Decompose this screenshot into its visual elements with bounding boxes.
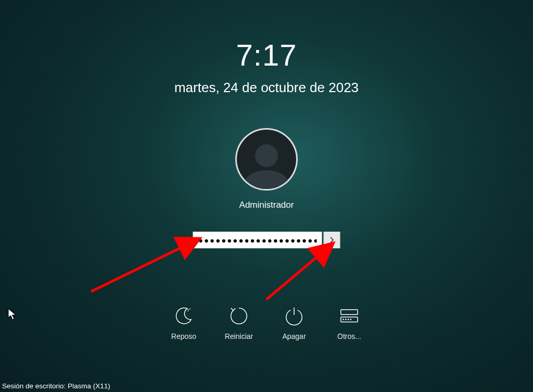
user-icon <box>255 144 278 167</box>
clock-time: 7:17 <box>0 37 533 72</box>
user-block: Administrador <box>0 128 533 210</box>
sleep-button[interactable]: z z Reposo <box>163 305 204 340</box>
svg-point-8 <box>350 319 352 320</box>
list-icon <box>338 305 360 327</box>
svg-line-10 <box>266 245 332 299</box>
clock-date: martes, 24 de octubre de 2023 <box>0 80 533 96</box>
svg-text:z: z <box>189 307 191 310</box>
sleep-label: Reposo <box>171 332 196 340</box>
chevron-right-icon <box>328 236 336 244</box>
moon-icon: z z <box>173 305 195 327</box>
password-input[interactable] <box>193 232 322 248</box>
annotation-arrow-login <box>266 242 345 304</box>
session-selector[interactable]: Sesión de escritorio: Plasma (X11) <box>2 382 110 390</box>
svg-point-6 <box>345 319 347 320</box>
svg-line-9 <box>91 239 198 292</box>
restart-label: Reiniciar <box>225 332 253 340</box>
restart-icon <box>228 305 250 327</box>
clock-block: 7:17 martes, 24 de octubre de 2023 <box>0 37 533 96</box>
shutdown-button[interactable]: Apagar <box>274 305 314 340</box>
other-label: Otros... <box>337 332 361 340</box>
shutdown-label: Apagar <box>282 332 306 340</box>
other-users-button[interactable]: Otros... <box>329 305 370 340</box>
login-button[interactable] <box>324 232 340 248</box>
user-icon <box>243 170 290 191</box>
restart-button[interactable]: Reiniciar <box>219 305 259 340</box>
power-icon <box>283 305 305 327</box>
password-row <box>193 232 340 248</box>
svg-rect-3 <box>341 310 358 315</box>
avatar[interactable] <box>235 128 298 191</box>
power-actions: z z Reposo Reiniciar Apagar <box>0 305 533 340</box>
svg-point-7 <box>348 319 349 320</box>
username-label: Administrador <box>0 200 533 210</box>
svg-point-5 <box>342 319 344 320</box>
